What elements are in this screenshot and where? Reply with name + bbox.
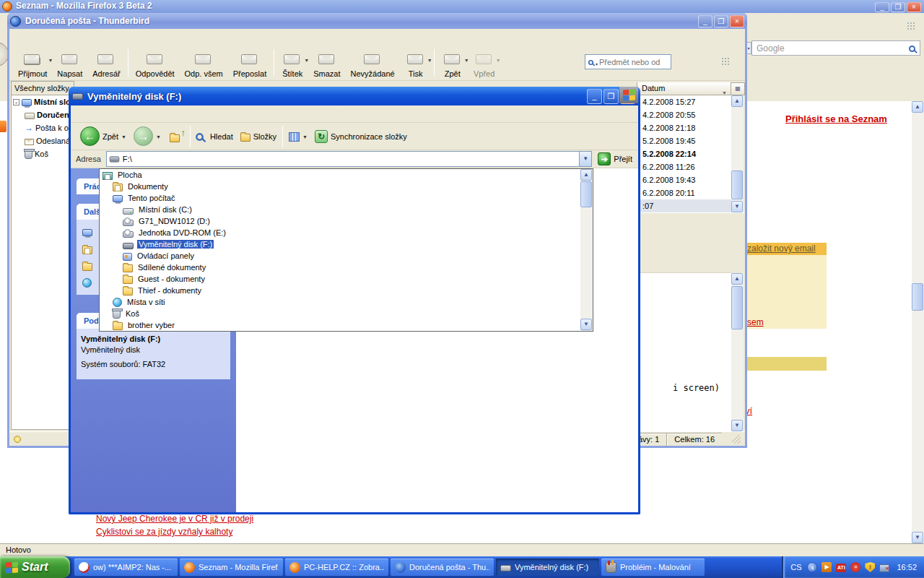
explorer-titlebar[interactable]: Vyměnitelný disk (F:) _ ❐ × bbox=[69, 87, 640, 105]
close-button[interactable]: × bbox=[907, 2, 921, 12]
folder-tree-item[interactable]: - Místní složky bbox=[12, 95, 74, 108]
taskbar-button[interactable]: PC-HELP.CZ :: Zobra... bbox=[285, 558, 388, 576]
address-combo[interactable]: ▼ bbox=[106, 151, 592, 167]
security-shield-icon[interactable]: ! bbox=[865, 562, 875, 572]
taskbar-button[interactable]: Doručená pošta - Thu... bbox=[391, 558, 494, 576]
search-button[interactable]: Hledat bbox=[193, 132, 237, 141]
news-link[interactable]: Cyklistovi se za jízdy vzňaly kalhoty bbox=[96, 527, 232, 537]
scroll-up-button[interactable]: ▲ bbox=[731, 273, 743, 285]
close-button[interactable]: × bbox=[730, 15, 744, 27]
address-dropdown-item[interactable]: Místa v síti bbox=[100, 296, 593, 308]
google-search-box[interactable]: Google bbox=[751, 40, 920, 56]
column-picker-button[interactable]: ▦ bbox=[731, 82, 745, 95]
address-dropdown-item[interactable]: Tento počítač bbox=[100, 192, 593, 204]
sync-button[interactable]: Synchronizace složky bbox=[311, 130, 411, 143]
message-row[interactable]: 5.2.2008 19:45 bbox=[637, 134, 731, 147]
scroll-down-button[interactable]: ▼ bbox=[912, 532, 923, 543]
language-indicator[interactable]: CS bbox=[790, 563, 801, 571]
new-email-link[interactable]: založit nový email bbox=[747, 243, 816, 254]
message-row[interactable]: 6.2.2008 20:11 bbox=[637, 186, 731, 199]
address-dropdown-item[interactable]: Guest - dokumenty bbox=[100, 273, 593, 285]
message-row[interactable]: 4.2.2008 15:27 bbox=[637, 95, 731, 108]
scroll-thumb[interactable] bbox=[912, 283, 923, 311]
back-button[interactable]: ← Zpět ▼ bbox=[77, 126, 130, 146]
maximize-button[interactable]: ❐ bbox=[603, 89, 619, 104]
address-dropdown-item[interactable]: Vyměnitelný disk (F:) bbox=[100, 238, 593, 250]
sem-link[interactable]: sem bbox=[747, 317, 764, 327]
ati-tray-icon[interactable]: ATI bbox=[836, 564, 846, 572]
toolbar-button[interactable]: Odp. všem ▼ bbox=[180, 46, 228, 79]
address-dropdown-item[interactable]: Koš bbox=[100, 308, 593, 319]
scroll-down-button[interactable]: ▼ bbox=[731, 420, 743, 431]
taskbar-button[interactable]: Seznam - Mozilla Firef... bbox=[180, 558, 283, 576]
taskbar-button[interactable]: Vyměnitelný disk (F:) bbox=[496, 558, 599, 576]
address-dropdown-item[interactable]: Ovládací panely bbox=[100, 250, 593, 262]
minimize-button[interactable]: _ bbox=[698, 15, 712, 27]
toolbar-button[interactable]: Zpět ▼ bbox=[437, 46, 468, 79]
scroll-thumb[interactable] bbox=[731, 171, 743, 199]
message-row[interactable]: 4.2.2008 21:18 bbox=[637, 121, 731, 134]
message-list-scrollbar[interactable]: ▲ ▼ bbox=[731, 95, 744, 212]
date-column-header[interactable]: Datum ▼ bbox=[637, 82, 731, 95]
address-dropdown-item[interactable]: Plocha bbox=[100, 169, 593, 181]
back-dropdown-icon[interactable]: ▼ bbox=[121, 134, 126, 139]
minimize-button[interactable]: _ bbox=[587, 89, 602, 104]
address-dropdown-item[interactable]: Thief - dokumenty bbox=[100, 285, 593, 296]
thunderbird-titlebar[interactable]: Doručená pošta - Thunderbird _ ❐ × bbox=[7, 13, 747, 29]
pane-splitter[interactable] bbox=[637, 212, 745, 219]
folder-tree-item[interactable]: - Pošta k odeslání bbox=[12, 121, 74, 134]
lightbulb-icon[interactable] bbox=[14, 436, 21, 443]
firefox-scrollbar[interactable]: ▲ ▼ bbox=[912, 101, 924, 543]
scroll-up-button[interactable]: ▲ bbox=[580, 169, 592, 181]
address-dropdown-item[interactable]: Dokumenty bbox=[100, 181, 593, 192]
message-row[interactable]: 5.2.2008 22:14 bbox=[637, 147, 731, 160]
toolbar-button[interactable]: Štítek ▼ bbox=[276, 46, 308, 79]
folder-tree-item[interactable]: - Doručená bbox=[12, 108, 74, 121]
seznam-login-link[interactable]: Přihlásit se na Seznam bbox=[785, 113, 887, 124]
address-dropdown-item[interactable]: G71_NDW1012 (D:) bbox=[100, 215, 593, 227]
network-disconnected-icon[interactable]: × bbox=[879, 564, 889, 572]
maximize-button[interactable]: ❐ bbox=[714, 15, 728, 27]
taskbar-button[interactable]: ow) ***AIMP2: Nas -... bbox=[74, 558, 178, 576]
folder-pane-header[interactable]: Všechny složky bbox=[12, 82, 74, 95]
message-scrollbar[interactable]: ▲ ▼ bbox=[731, 273, 744, 431]
toolbar-button[interactable]: Tisk ▼ bbox=[400, 46, 432, 79]
toolbar-button[interactable]: Odpovědět ▼ bbox=[131, 46, 180, 79]
alert-tray-icon[interactable]: × bbox=[850, 562, 860, 572]
firefox-titlebar[interactable]: Seznam - Mozilla Firefox 3 Beta 2 bbox=[0, 0, 924, 13]
views-dropdown-icon[interactable]: ▼ bbox=[302, 134, 308, 139]
toolbar-button[interactable]: Přijmout ▼ bbox=[13, 46, 52, 79]
news-link[interactable]: Nový Jeep Cherokee je v ČR již v prodeji bbox=[96, 514, 253, 524]
toolbar-button[interactable]: Přeposlat ▼ bbox=[228, 46, 271, 79]
message-search-input[interactable] bbox=[599, 58, 660, 66]
scroll-thumb[interactable] bbox=[580, 181, 592, 207]
up-button[interactable]: ↑ bbox=[165, 130, 188, 143]
folder-tree-item[interactable]: - Odeslaná bbox=[12, 134, 74, 147]
scroll-thumb[interactable] bbox=[731, 286, 743, 329]
views-button[interactable]: ▼ bbox=[285, 131, 311, 142]
player-tray-icon[interactable]: ▶ bbox=[821, 562, 832, 572]
message-row[interactable]: 6.2.2008 11:26 bbox=[637, 160, 731, 173]
toolbar-button[interactable]: Smazat ▼ bbox=[308, 46, 345, 79]
forward-dropdown-icon[interactable]: ▼ bbox=[156, 134, 161, 139]
taskbar-button[interactable]: Probléim - Malování bbox=[601, 558, 705, 576]
toolbar-button[interactable]: Vpřed ▼ bbox=[468, 46, 500, 79]
tree-expander-icon[interactable]: - bbox=[13, 99, 19, 105]
message-row[interactable]: 6.2.2008 19:43 bbox=[637, 173, 731, 186]
hide-icons-chevron[interactable]: ‹ bbox=[807, 562, 817, 572]
toolbar-button[interactable]: Napsat ▼ bbox=[52, 46, 87, 79]
toolbar-button[interactable]: Adresář ▼ bbox=[87, 46, 126, 79]
address-dropdown-item[interactable]: Místní disk (C:) bbox=[100, 204, 593, 215]
address-input[interactable] bbox=[120, 155, 579, 163]
address-dropdown-item[interactable]: Sdílené dokumenty bbox=[100, 262, 593, 273]
message-row[interactable]: 4.2.2008 20:55 bbox=[637, 108, 731, 121]
forward-button[interactable]: → ▼ bbox=[130, 126, 165, 146]
scroll-up-button[interactable]: ▲ bbox=[912, 101, 923, 113]
resize-grip[interactable] bbox=[732, 435, 741, 444]
address-dropdown-button[interactable]: ▼ bbox=[579, 152, 591, 166]
folders-button[interactable]: Složky bbox=[237, 131, 280, 142]
address-dropdown-item[interactable]: Jednotka DVD-ROM (E:) bbox=[100, 227, 593, 238]
scroll-up-button[interactable]: ▲ bbox=[731, 95, 743, 107]
minimize-button[interactable]: _ bbox=[875, 2, 889, 12]
scroll-down-button[interactable]: ▼ bbox=[580, 319, 592, 330]
